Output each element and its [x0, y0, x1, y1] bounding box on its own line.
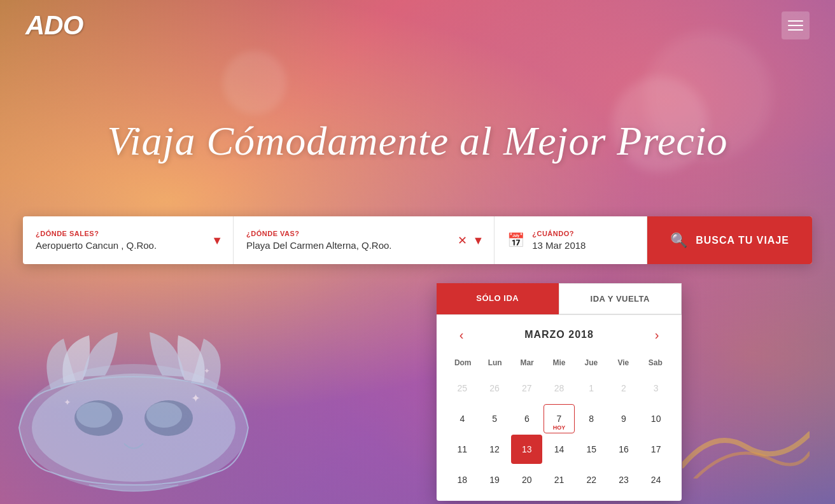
calendar-day: 28 — [544, 374, 575, 403]
hamburger-icon — [788, 20, 803, 22]
svg-text:✦: ✦ — [204, 367, 210, 375]
when-label: ¿CUÁNDO? — [532, 230, 586, 237]
origin-value: Aeropuerto Cancun , Q.Roo. — [36, 240, 220, 251]
header: ADO — [0, 0, 835, 51]
today-label: HOY — [553, 424, 566, 431]
clear-destination-icon[interactable]: ✕ — [458, 234, 467, 248]
calendar-day[interactable]: 9 — [608, 404, 640, 433]
hamburger-icon — [788, 29, 803, 31]
origin-chevron-icon: ▼ — [211, 234, 223, 247]
svg-point-1 — [32, 374, 235, 482]
month-year-label: MARZO 2018 — [524, 329, 594, 340]
calendar-day-today[interactable]: 7 HOY — [544, 404, 575, 433]
calendar-day[interactable]: 19 — [479, 465, 510, 494]
calendar-day[interactable]: 17 — [640, 435, 671, 464]
days-grid: 25 26 27 28 1 2 3 4 5 6 7 HOY 8 9 10 11 … — [447, 374, 671, 494]
calendar-day[interactable]: 15 — [576, 435, 607, 464]
calendar-day[interactable]: 23 — [608, 465, 640, 494]
destination-field[interactable]: ¿DÓNDE VAS? Playa Del Carmen Alterna, Q.… — [234, 216, 495, 264]
calendar-day[interactable]: 21 — [544, 465, 575, 494]
origin-label: ¿DÓNDE SALES? — [36, 230, 220, 237]
calendar-day[interactable]: 18 — [447, 465, 478, 494]
weekday-mar: Mar — [511, 354, 543, 371]
calendar-day[interactable]: 22 — [576, 465, 607, 494]
when-field[interactable]: 📅 ¿CUÁNDO? 13 Mar 2018 — [495, 216, 647, 264]
weekday-vie: Vie — [607, 354, 639, 371]
weekday-dom: Dom — [447, 354, 479, 371]
calendar-day[interactable]: 16 — [608, 435, 640, 464]
calendar-day: 1 — [576, 374, 607, 403]
destination-controls: ✕ ▼ — [458, 234, 484, 248]
calendar-day: 25 — [447, 374, 478, 403]
calendar-day: 26 — [479, 374, 510, 403]
calendar-day[interactable]: 6 — [511, 404, 542, 433]
logo: ADO — [25, 10, 83, 41]
calendar-dropdown: SÓLO IDA IDA Y VUELTA ‹ MARZO 2018 › Dom… — [437, 283, 682, 501]
prev-month-button[interactable]: ‹ — [452, 325, 471, 344]
svg-point-4 — [76, 402, 112, 428]
when-value: 13 Mar 2018 — [532, 240, 586, 251]
calendar-day[interactable]: 20 — [511, 465, 542, 494]
weekday-jue: Jue — [575, 354, 607, 371]
tab-ida-vuelta[interactable]: IDA Y VUELTA — [559, 283, 682, 314]
calendar-tabs: SÓLO IDA IDA Y VUELTA — [437, 283, 682, 315]
calendar-day[interactable]: 5 — [479, 404, 510, 433]
calendar-day[interactable]: 12 — [479, 435, 510, 464]
svg-text:✦: ✦ — [191, 392, 200, 405]
calendar-day[interactable]: 4 — [447, 404, 478, 433]
next-month-button[interactable]: › — [647, 325, 666, 344]
ribbon-decoration — [682, 415, 810, 479]
weekday-sab: Sab — [640, 354, 671, 371]
calendar-day-selected[interactable]: 13 — [511, 435, 542, 464]
calendar-day[interactable]: 8 — [576, 404, 607, 433]
calendar-grid: Dom Lun Mar Mie Jue Vie Sab 25 26 27 28 … — [437, 354, 682, 494]
calendar-day: 3 — [640, 374, 671, 403]
destination-chevron-icon[interactable]: ▼ — [472, 234, 484, 248]
weekdays-row: Dom Lun Mar Mie Jue Vie Sab — [447, 354, 671, 371]
when-info: ¿CUÁNDO? 13 Mar 2018 — [532, 230, 586, 251]
calendar-day: 27 — [511, 374, 542, 403]
origin-field[interactable]: ¿DÓNDE SALES? Aeropuerto Cancun , Q.Roo.… — [23, 216, 234, 264]
search-bar: ¿DÓNDE SALES? Aeropuerto Cancun , Q.Roo.… — [23, 216, 812, 264]
svg-point-5 — [146, 402, 182, 428]
hero-title: Viaja Cómodamente al Mejor Precio — [0, 118, 835, 165]
destination-label: ¿DÓNDE VAS? — [246, 230, 481, 237]
calendar-day[interactable]: 24 — [640, 465, 671, 494]
calendar-day[interactable]: 11 — [447, 435, 478, 464]
calendar-header: ‹ MARZO 2018 › — [437, 315, 682, 354]
tab-solo-ida[interactable]: SÓLO IDA — [437, 283, 559, 314]
calendar-day[interactable]: 10 — [640, 404, 671, 433]
search-button[interactable]: 🔍 BUSCA TU VIAJE — [647, 216, 812, 264]
weekday-lun: Lun — [479, 354, 510, 371]
search-icon: 🔍 — [670, 232, 688, 249]
calendar-day: 2 — [608, 374, 640, 403]
weekday-mie: Mie — [543, 354, 575, 371]
search-button-label: BUSCA TU VIAJE — [696, 235, 789, 246]
calendar-day[interactable]: 14 — [544, 435, 575, 464]
destination-value: Playa Del Carmen Alterna, Q.Roo. — [246, 240, 481, 251]
hamburger-icon — [788, 25, 803, 26]
calendar-icon: 📅 — [507, 232, 524, 249]
svg-text:✦: ✦ — [64, 397, 71, 407]
menu-button[interactable] — [782, 11, 810, 39]
bokeh-circle-2 — [223, 51, 286, 115]
mask-decoration: ✦ ✦ ✦ — [0, 326, 267, 504]
